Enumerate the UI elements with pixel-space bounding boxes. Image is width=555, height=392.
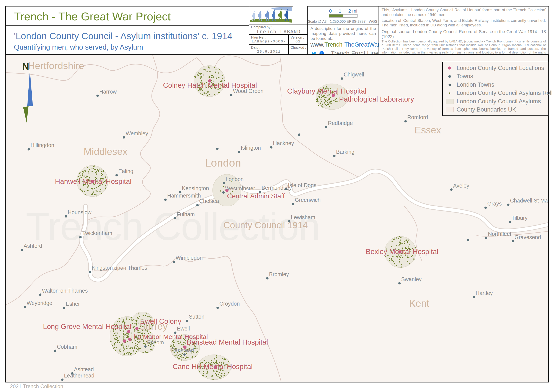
roll-dot <box>180 354 181 355</box>
roll-dot <box>216 371 217 372</box>
roll-dot <box>123 336 124 337</box>
roll-dot <box>178 341 179 342</box>
roll-dot <box>203 375 204 376</box>
town-marker-islington <box>238 151 240 153</box>
roll-dot <box>134 329 135 330</box>
soldiers-logo <box>249 7 293 24</box>
site-label-claybury-mental-hospital: Claybury Mental Hospital <box>287 87 367 95</box>
town-label-hillingdon: Hillingdon <box>30 142 54 148</box>
roll-dot <box>144 343 145 344</box>
roll-dot <box>93 166 94 167</box>
town-label-weybridge: Weybridge <box>27 300 52 306</box>
roll-dot <box>219 77 220 78</box>
town-label-ashtead: Ashtead <box>74 366 94 372</box>
map-subtitle: Quantifying men, who served, by Asylum <box>6 41 249 51</box>
roll-dot <box>327 95 328 96</box>
lcc-location-epsom-cluster <box>135 327 139 330</box>
roll-dot <box>183 357 184 358</box>
date-label: Date : <box>249 45 288 50</box>
town-marker-ewell <box>174 331 176 334</box>
town-marker-london <box>223 182 225 184</box>
roll-dot <box>135 353 136 354</box>
county-boundary-line <box>280 61 358 177</box>
roll-dot <box>96 191 98 192</box>
roll-dot <box>138 314 139 314</box>
roll-dot <box>138 348 139 349</box>
roll-dot <box>151 349 152 350</box>
roll-dot <box>216 375 217 376</box>
version-value: 02 <box>289 39 307 43</box>
roll-dot <box>87 186 88 188</box>
lcc-location-epsom-cluster <box>123 339 126 343</box>
town-marker-hillingdon <box>28 148 30 150</box>
roll-dot <box>80 175 81 176</box>
town-marker <box>298 133 300 136</box>
roll-dot <box>115 342 116 343</box>
town-marker-hammersmith <box>164 199 167 201</box>
roll-dot <box>181 355 182 356</box>
roll-dot <box>95 194 96 195</box>
roll-dot <box>116 334 117 335</box>
roll-dot <box>142 352 144 353</box>
region-label-hertfordshire: Hertfordshire <box>28 60 84 71</box>
roll-dot <box>119 336 120 337</box>
roll-dot <box>211 360 212 361</box>
roll-dot <box>321 100 321 100</box>
legend-label: London County Council Asylums Roll <box>457 90 553 96</box>
roll-dot <box>218 376 219 377</box>
roll-dot <box>146 330 147 331</box>
roll-dot <box>82 173 83 175</box>
roll-dot <box>328 104 329 105</box>
town-label-grays: Grays <box>487 200 502 207</box>
roll-dot <box>196 352 197 353</box>
version-box: Version : 02 <box>288 34 308 45</box>
roll-dot <box>115 339 116 340</box>
region-label-kent: Kent <box>409 298 429 309</box>
county-boundary-line <box>225 55 281 66</box>
roll-dot <box>321 97 322 98</box>
legend-label: London Towns <box>457 81 494 88</box>
website-link[interactable]: www.Trench-TheGreatWarProject.co.uk <box>308 41 379 48</box>
roll-dot <box>96 195 97 196</box>
roll-dot <box>92 192 93 194</box>
roll-dot <box>188 357 189 358</box>
roll-dot <box>133 327 134 328</box>
roll-dot <box>92 194 93 195</box>
roll-dot <box>218 92 219 93</box>
roll-dot <box>123 350 124 351</box>
roll-dot <box>318 105 319 106</box>
roll-dot <box>85 194 86 195</box>
roll-dot <box>124 354 125 355</box>
town-marker-sutton <box>186 320 188 322</box>
town-marker-romford <box>404 120 407 122</box>
town-label-london: London <box>226 176 244 182</box>
roll-dot <box>173 345 174 347</box>
roll-dot <box>137 341 138 342</box>
roll-dot <box>197 74 198 75</box>
roll-dot <box>131 347 132 348</box>
compiled-by-box: Compiled by : Trench LABAND <box>249 24 308 35</box>
roll-dot <box>117 342 118 343</box>
roll-dot <box>131 317 132 318</box>
roll-dot <box>83 171 84 172</box>
roll-dot <box>171 345 172 347</box>
roll-dot <box>203 371 204 372</box>
roll-dot <box>93 192 94 192</box>
town-marker-wembley <box>123 136 125 139</box>
roll-dot <box>319 96 320 97</box>
roll-dot <box>206 373 207 374</box>
roll-dot <box>119 349 120 351</box>
roll-dot <box>133 350 134 351</box>
town-label-islington: Islington <box>241 145 261 151</box>
roll-dot <box>88 171 89 172</box>
town-marker-ealing <box>115 174 118 176</box>
roll-dot <box>207 91 209 92</box>
roll-dot <box>136 321 137 322</box>
roll-dot <box>326 105 327 106</box>
roll-dot <box>322 106 323 107</box>
roll-dot <box>397 257 398 257</box>
roll-dot <box>115 332 117 334</box>
roll-dot <box>205 93 207 94</box>
town-label-cobham: Cobham <box>57 344 77 350</box>
roll-dot <box>94 188 95 189</box>
